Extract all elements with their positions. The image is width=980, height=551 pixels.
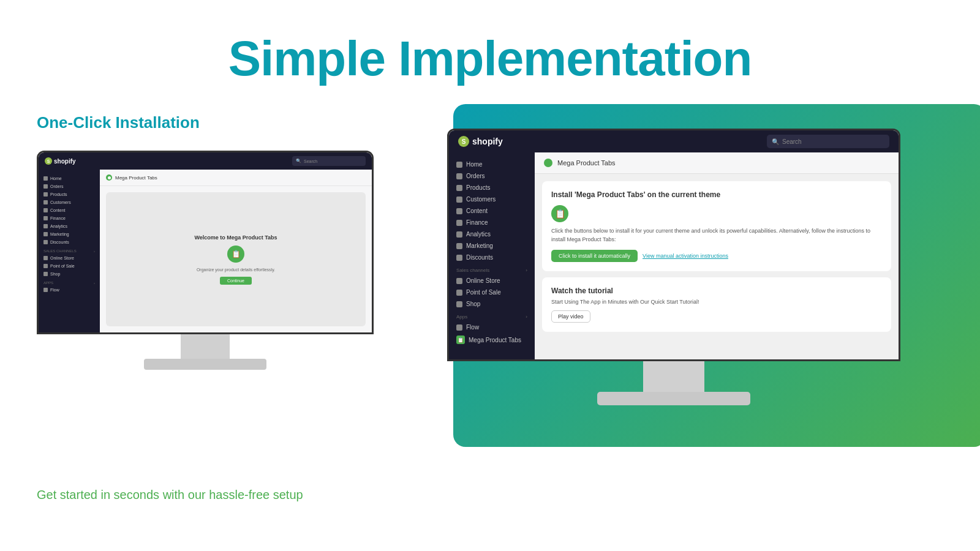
app-name-left: Mega Product Tabs [115,175,157,181]
apps-label-left: Apps › [39,278,100,286]
stand-base-left [144,359,266,370]
sales-channels-label-right: Sales channels › [449,263,535,275]
sidebar-label-shop-right: Shop [466,301,480,307]
sidebar-item-finance-right[interactable]: Finance [449,217,535,228]
sidebar-label-home-left: Home [50,176,62,181]
install-buttons: Click to install it automatically View m… [551,250,882,262]
sidebar-item-content-left[interactable]: Content [39,206,100,214]
sidebar-item-products-right[interactable]: Products [449,182,535,193]
sidebar-label-online-store-right: Online Store [466,277,500,284]
monitor-left: S shopify 🔍 Search Home [37,151,374,370]
sidebar-label-pos-right: Point of Sale [466,289,501,296]
sidebar-item-content-right[interactable]: Content [449,205,535,217]
screen-right: S shopify 🔍 Search Home [447,129,900,361]
sidebar-item-discounts-right[interactable]: Discounts [449,252,535,263]
search-box-left[interactable]: 🔍 Search [292,156,366,166]
sidebar-item-flow-right[interactable]: Flow [449,321,535,333]
orders-icon-right [456,173,462,179]
content-icon-right [456,208,462,214]
sidebar-label-home-right: Home [466,161,483,168]
sales-channels-text-right: Sales channels [456,268,489,273]
app-header-bar-left: Mega Product Tabs [100,170,372,186]
left-section: One-Click Installation S shopify 🔍 Searc… [37,113,417,370]
sidebar-item-analytics-right[interactable]: Analytics [449,228,535,240]
sidebar-item-shop-left[interactable]: Shop [39,270,100,278]
flow-icon-left [43,288,48,292]
sidebar-item-pos-right[interactable]: Point of Sale [449,287,535,298]
sidebar-item-marketing-right[interactable]: Marketing [449,240,535,252]
discounts-icon-left [43,240,48,244]
sidebar-item-pos-left[interactable]: Point of Sale [39,262,100,270]
sidebar-label-mega-tabs: Mega Product Tabs [469,337,521,343]
finance-icon-right [456,220,462,226]
app-content-left: Welcome to Mega Product Tabs 📋 Organize … [106,192,366,326]
customers-icon-left [43,200,48,204]
sidebar-item-orders-left[interactable]: Orders [39,182,100,190]
screen-left: S shopify 🔍 Search Home [37,151,374,334]
analytics-icon-left [43,224,48,228]
shopify-logo-text-right: shopify [472,137,503,146]
sidebar-label-finance-right: Finance [466,219,488,226]
sidebar-label-flow-right: Flow [466,324,479,331]
sidebar-item-orders-right[interactable]: Orders [449,170,535,182]
sidebar-label-marketing-left: Marketing [50,232,69,236]
topbar-left: S shopify 🔍 Search [39,152,372,170]
analytics-icon-right [456,231,462,238]
products-icon-right [456,185,462,191]
body-right: Home Orders Products Customers [449,152,899,359]
shopify-logo-right: S shopify [458,136,503,147]
pos-icon-left [43,264,48,268]
online-store-icon-right [456,278,462,284]
green-dot-left [106,174,112,181]
sidebar-item-home-right[interactable]: Home [449,159,535,170]
sidebar-item-analytics-left[interactable]: Analytics [39,222,100,230]
shopify-logo-icon-right: S [458,136,469,147]
manual-install-link[interactable]: View manual activation instructions [643,253,728,259]
sidebar-item-customers-right[interactable]: Customers [449,193,535,205]
continue-button-left[interactable]: Continue [220,277,252,285]
sidebar-label-customers-left: Customers [50,200,71,204]
stand-right [447,361,900,405]
sidebar-item-finance-left[interactable]: Finance [39,214,100,222]
shopify-logo-icon-left: S [45,157,52,165]
main-right: Mega Product Tabs Install 'Mega Product … [535,152,899,359]
sidebar-item-online-store-right[interactable]: Online Store [449,275,535,287]
sidebar-item-products-left[interactable]: Products [39,190,100,198]
sidebar-label-content-left: Content [50,208,66,212]
shopify-logo-left: S shopify [45,157,76,165]
sidebar-item-marketing-left[interactable]: Marketing [39,230,100,238]
shopify-logo-text-left: shopify [54,158,76,165]
shopify-ui-right: S shopify 🔍 Search Home [449,130,899,359]
finance-icon-left [43,216,48,220]
sidebar-label-shop-left: Shop [50,272,60,276]
green-dot-right [544,159,552,167]
play-video-button[interactable]: Play video [551,310,590,323]
shopify-ui-left: S shopify 🔍 Search Home [39,152,372,332]
search-icon-right: 🔍 [772,138,779,145]
discounts-icon-right [456,255,462,261]
sidebar-item-home-left[interactable]: Home [39,174,100,182]
tutorial-card-title: Watch the tutorial [551,287,882,295]
sales-channels-chevron-left: › [94,249,95,253]
topbar-right: S shopify 🔍 Search [449,130,899,152]
search-box-right[interactable]: 🔍 Search [767,135,889,148]
sidebar-label-discounts-right: Discounts [466,254,493,261]
body-left: Home Orders Products Customers [39,170,372,332]
sidebar-label-marketing-right: Marketing [466,242,493,249]
sidebar-item-flow-left[interactable]: Flow [39,286,100,294]
home-icon-right [456,162,462,168]
sidebar-item-mega-tabs[interactable]: 📋 Mega Product Tabs [449,333,535,347]
marketing-icon-left [43,232,48,236]
shop-icon-left [43,272,48,276]
auto-install-button[interactable]: Click to install it automatically [551,250,638,262]
sidebar-item-online-store-left[interactable]: Online Store [39,254,100,262]
search-placeholder-right: Search [782,138,802,145]
sidebar-item-customers-left[interactable]: Customers [39,198,100,206]
sidebar-label-flow-left: Flow [50,288,59,292]
flow-icon-right [456,324,462,331]
sidebar-label-analytics-left: Analytics [50,224,67,228]
sidebar-label-content-right: Content [466,208,488,214]
install-icon: 📋 [551,205,568,222]
sidebar-item-discounts-left[interactable]: Discounts [39,238,100,246]
sidebar-item-shop-right[interactable]: Shop [449,298,535,310]
